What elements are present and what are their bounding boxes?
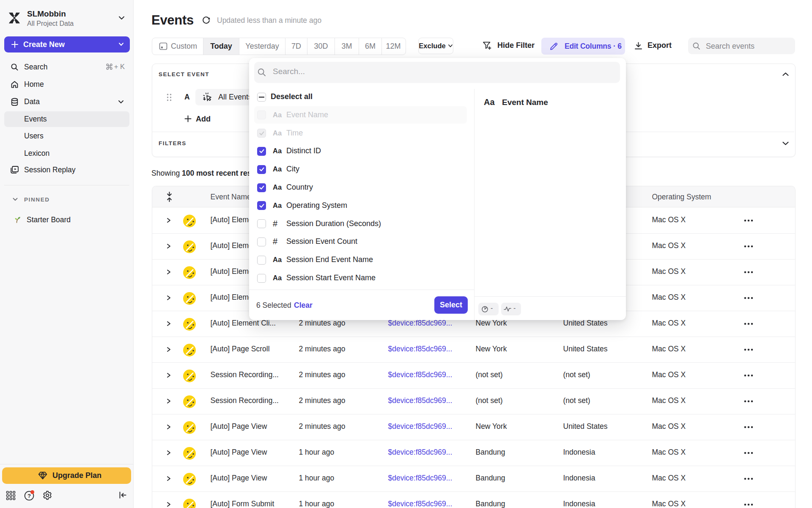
svg-text:?: ?	[27, 493, 31, 499]
